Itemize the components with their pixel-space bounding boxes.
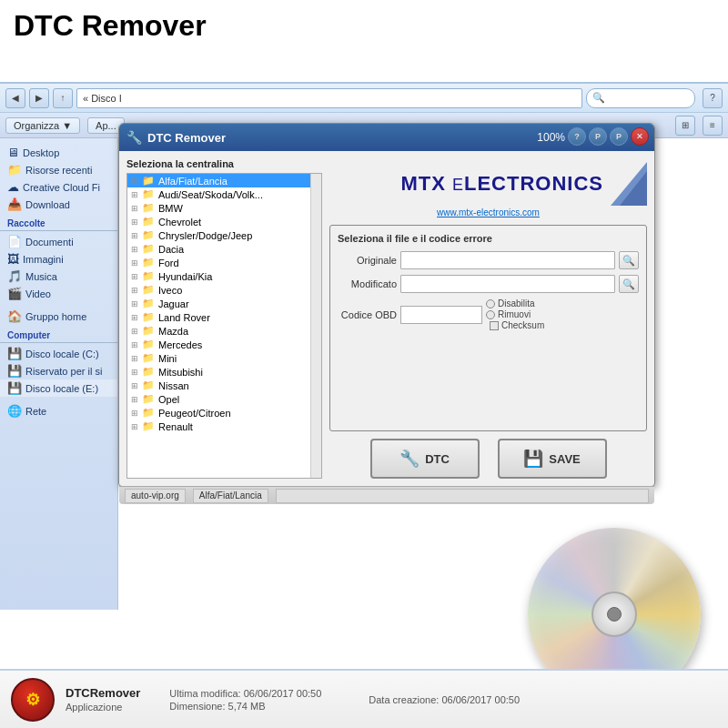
dtc-left-label: Seleziona la centralina xyxy=(126,158,322,169)
details-icon[interactable]: ≡ xyxy=(703,116,723,136)
checkbox-checksum[interactable]: Checksum xyxy=(490,320,544,330)
dtc-statusbar: auto-vip.org Alfa/Fiat/Lancia xyxy=(119,486,654,504)
dtc-left-panel: Seleziona la centralina ⊞ 📁 Alfa/Fiat/La… xyxy=(126,158,322,479)
radio-disabilita[interactable]: Disabilita xyxy=(486,298,544,308)
dtc-close-btn[interactable]: ✕ xyxy=(631,127,649,146)
sidebar-group-computer: Computer 💾 Disco locale (C:) 💾 Riservato… xyxy=(0,327,117,397)
view-icon[interactable]: ⊞ xyxy=(675,116,695,136)
list-item[interactable]: ⊞ 📁 Iveco xyxy=(127,283,310,297)
list-item[interactable]: ⊞ 📁 Mercedes xyxy=(127,338,310,351)
sidebar-group-favorites: 🖥 Desktop 📁 Risorse recenti ☁ Creative C… xyxy=(0,144,117,213)
sidebar-group-label-collections: Raccolte xyxy=(0,215,117,231)
sidebar-item-video[interactable]: 🎬 Video xyxy=(0,285,117,302)
field-label-originale: Originale xyxy=(338,255,397,266)
list-item[interactable]: ⊞ 📁 Mitsubishi xyxy=(127,365,310,379)
save-btn-label: SAVE xyxy=(549,452,580,466)
list-item[interactable]: ⊞ 📁 Mazda xyxy=(127,324,310,338)
file-info-text: DTCRemover Applicazione xyxy=(66,686,140,713)
sidebar-group-label-computer: Computer xyxy=(0,327,117,343)
sidebar-item-documenti[interactable]: 📄 Documenti xyxy=(0,233,117,250)
list-item[interactable]: ⊞ 📁 BMW xyxy=(127,201,310,215)
file-name: DTCRemover xyxy=(66,686,140,700)
list-item[interactable]: ⊞ 📁 Hyundai/Kia xyxy=(127,269,310,283)
sidebar-group-collections: Raccolte 📄 Documenti 🖼 Immagini 🎵 Musica… xyxy=(0,215,117,302)
dtc-title-text: DTC Remover xyxy=(147,131,226,145)
dtc-file-panel: Seleziona il file e il codice errore Ori… xyxy=(329,225,647,431)
save-btn-icon: 💾 xyxy=(523,449,543,469)
field-label-obd: Codice OBD xyxy=(338,309,397,320)
search-bar[interactable]: 🔍 xyxy=(586,88,695,108)
list-item[interactable]: ⊞ 📁 Audi/Seat/Skoda/Volk... xyxy=(127,187,310,201)
dtc-help-btn[interactable]: ? xyxy=(568,127,586,146)
dtc-percent: 100% xyxy=(537,131,565,144)
list-item[interactable]: ⊞ 📁 Chrysler/Dodge/Jeep xyxy=(127,228,310,242)
dtc-btn-label: DTC xyxy=(425,452,450,466)
list-item[interactable]: ⊞ 📁 Mini xyxy=(127,351,310,365)
mtx-triangle-decoration xyxy=(611,162,647,206)
dtc-car-list: ⊞ 📁 Alfa/Fiat/Lancia ⊞ 📁 Audi/Seat/Skoda… xyxy=(127,174,310,478)
list-item[interactable]: ⊞ 📁 Ford xyxy=(127,256,310,269)
status-item-brand: Alfa/Fiat/Lancia xyxy=(193,489,268,503)
forward-button[interactable]: ▶ xyxy=(29,88,49,108)
sidebar-item-download[interactable]: 📥 Download xyxy=(0,196,117,213)
list-item[interactable]: ⊞ 📁 Jaguar xyxy=(127,297,310,310)
size-value: 5,74 MB xyxy=(228,701,266,712)
back-button[interactable]: ◀ xyxy=(5,88,25,108)
field-input-modificato[interactable] xyxy=(400,275,615,293)
sidebar-item-drive-e[interactable]: 💾 Disco locale (E:) xyxy=(0,379,117,397)
sidebar-item-creative-cloud[interactable]: ☁ Creative Cloud Fi xyxy=(0,178,117,196)
address-bar[interactable]: « Disco I xyxy=(76,88,582,108)
sidebar-item-rete[interactable]: 🌐 Rete xyxy=(0,402,117,420)
search-btn-modificato[interactable]: 🔍 xyxy=(619,275,639,293)
created-label: Data creazione: xyxy=(369,694,439,705)
dtc-p2-btn[interactable]: P xyxy=(610,127,628,146)
explorer-toolbar: ◀ ▶ ↑ « Disco I 🔍 ? xyxy=(0,84,728,113)
list-scrollbar[interactable] xyxy=(310,174,321,478)
list-item[interactable]: ⊞ 📁 Nissan xyxy=(127,379,310,392)
file-info-icon: ⚙ xyxy=(11,678,55,722)
dtc-list-container[interactable]: ⊞ 📁 Alfa/Fiat/Lancia ⊞ 📁 Audi/Seat/Skoda… xyxy=(126,173,322,479)
list-item[interactable]: ⊞ 📁 Peugeot/Citroen xyxy=(127,406,310,420)
field-input-obd[interactable] xyxy=(400,306,482,324)
file-size: Dimensione: 5,74 MB xyxy=(169,701,321,712)
list-item[interactable]: ⊞ 📁 Dacia xyxy=(127,242,310,256)
list-item-land-rover[interactable]: ⊞ 📁 Land Rover xyxy=(127,310,310,324)
sidebar-item-immagini[interactable]: 🖼 Immagini xyxy=(0,250,117,268)
organize-button[interactable]: Organizza ▼ xyxy=(5,117,80,134)
dtc-window: 🔧 DTC Remover 100% ? P P ✕ Seleziona la … xyxy=(118,123,655,487)
dtc-button[interactable]: 🔧 DTC xyxy=(370,439,480,479)
list-item[interactable]: ⊞ 📁 Chevrolet xyxy=(127,215,310,228)
list-item[interactable]: ⊞ 📁 Alfa/Fiat/Lancia xyxy=(127,174,310,187)
sidebar-item-musica[interactable]: 🎵 Musica xyxy=(0,268,117,285)
file-meta-block: Ultima modifica: 06/06/2017 00:50 Dimens… xyxy=(169,688,321,712)
radio-rimuovi[interactable]: Rimuovi xyxy=(486,309,544,319)
sidebar-item-drive-c[interactable]: 💾 Disco locale (C:) xyxy=(0,345,117,362)
sidebar-item-gruppo-home[interactable]: 🏠 Gruppo home xyxy=(0,308,117,325)
list-item[interactable]: ⊞ 📁 Renault xyxy=(127,420,310,433)
size-label: Dimensione: xyxy=(169,701,225,712)
search-icon: 🔍 xyxy=(592,92,605,104)
field-row-modificato: Modificato 🔍 xyxy=(338,275,639,293)
sidebar-item-recent[interactable]: 📁 Risorse recenti xyxy=(0,161,117,178)
field-label-modificato: Modificato xyxy=(338,278,397,289)
obd-row: Codice OBD Disabilita Rimuovi xyxy=(338,298,639,330)
sidebar-item-drive-reserved[interactable]: 💾 Riservato per il si xyxy=(0,362,117,379)
sidebar-group-home: 🏠 Gruppo home xyxy=(0,304,117,325)
field-input-originale[interactable] xyxy=(400,251,615,269)
save-button[interactable]: 💾 SAVE xyxy=(498,439,607,479)
dtc-p1-btn[interactable]: P xyxy=(589,127,607,146)
help-button[interactable]: ? xyxy=(703,88,723,108)
mtx-website-link[interactable]: www.mtx-electronics.com xyxy=(437,207,540,217)
dtc-titlebar: 🔧 DTC Remover 100% ? P P ✕ xyxy=(119,124,654,151)
cd-hole xyxy=(607,607,622,622)
field-row-originale: Originale 🔍 xyxy=(338,251,639,269)
file-meta-block-right: Data creazione: 06/06/2017 00:50 xyxy=(369,694,520,705)
search-btn-originale[interactable]: 🔍 xyxy=(619,251,639,269)
list-item[interactable]: ⊞ 📁 Opel xyxy=(127,392,310,406)
radio-group: Disabilita Rimuovi Checksum xyxy=(486,298,544,330)
file-modified: Ultima modifica: 06/06/2017 00:50 xyxy=(169,688,321,699)
up-button[interactable]: ↑ xyxy=(53,88,73,108)
dtc-action-buttons: 🔧 DTC 💾 SAVE xyxy=(329,439,647,479)
sidebar-item-desktop[interactable]: 🖥 Desktop xyxy=(0,144,117,161)
status-item-empty xyxy=(276,489,649,503)
